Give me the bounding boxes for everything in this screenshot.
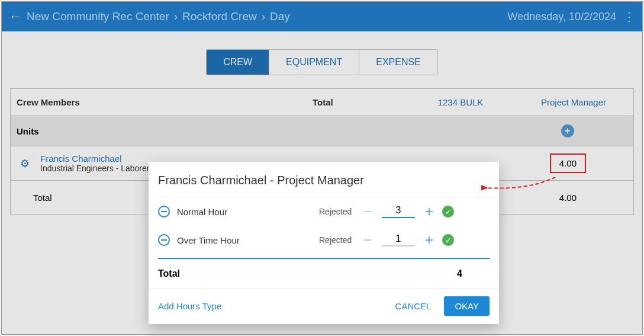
check-icon[interactable]: ✓ xyxy=(442,234,454,246)
hours-modal: Francis Charmichael - Project Manager No… xyxy=(149,162,499,324)
modal-total-label: Total xyxy=(158,268,457,279)
decrement-button[interactable]: − xyxy=(360,203,375,220)
check-icon[interactable]: ✓ xyxy=(442,206,454,217)
hour-row-overtime: Over Time Hour Rejected − + ✓ xyxy=(149,226,499,254)
modal-footer: Add Hours Type CANCEL OKAY xyxy=(149,289,499,324)
okay-button[interactable]: OKAY xyxy=(444,296,490,316)
header-date: Wednesday, 10/2/2024 xyxy=(508,11,616,23)
remove-icon[interactable] xyxy=(158,234,170,246)
kebab-menu-icon[interactable]: ⋮ xyxy=(623,9,635,24)
hour-input-normal[interactable] xyxy=(382,205,415,218)
remove-icon[interactable] xyxy=(158,206,170,217)
back-arrow-icon[interactable]: ← xyxy=(9,9,22,24)
hour-type-label: Over Time Hour xyxy=(177,235,319,245)
breadcrumb-project[interactable]: New Community Rec Center xyxy=(27,10,169,23)
increment-button[interactable]: + xyxy=(422,232,436,248)
hour-row-normal: Normal Hour Rejected − + ✓ xyxy=(149,197,499,226)
decrement-button[interactable]: − xyxy=(360,232,375,248)
status-badge: Rejected xyxy=(319,207,360,216)
add-hours-type-link[interactable]: Add Hours Type xyxy=(158,301,221,311)
chevron-right-icon: › xyxy=(262,10,265,23)
breadcrumb-day[interactable]: Day xyxy=(270,10,290,23)
increment-button[interactable]: + xyxy=(422,203,436,220)
modal-total-row: Total 4 xyxy=(149,259,499,289)
breadcrumb-crew[interactable]: Rockford Crew xyxy=(182,10,257,23)
hour-input-overtime[interactable] xyxy=(382,233,415,247)
chevron-right-icon: › xyxy=(174,10,178,23)
modal-total-value: 4 xyxy=(457,268,462,279)
header-bar: ← New Community Rec Center › Rockford Cr… xyxy=(2,2,642,31)
cancel-button[interactable]: CANCEL xyxy=(395,301,432,311)
modal-title: Francis Charmichael - Project Manager xyxy=(149,162,499,197)
hour-type-label: Normal Hour xyxy=(177,207,319,217)
status-badge: Rejected xyxy=(319,235,360,245)
